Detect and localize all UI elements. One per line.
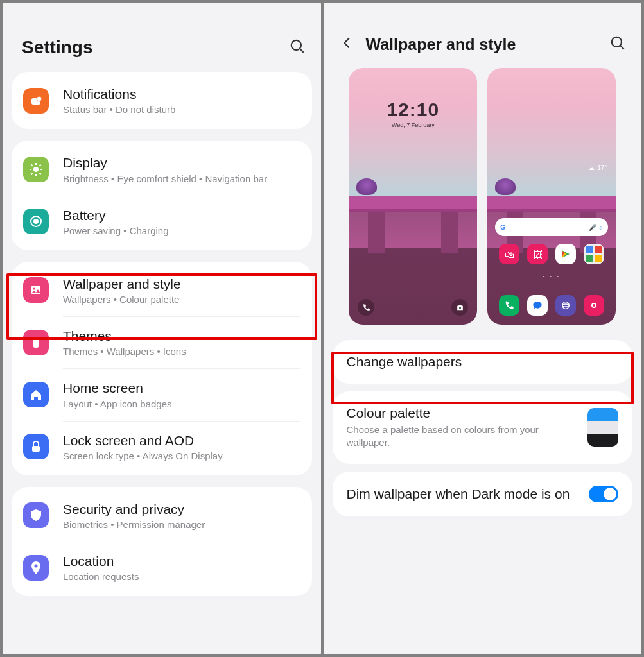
phone-app-icon — [499, 295, 519, 316]
row-subtitle: Themes • Wallpapers • Icons — [63, 346, 300, 357]
wallpaper-header: Wallpaper and style — [324, 3, 642, 65]
row-title: Display — [63, 155, 300, 171]
colour-palette-row[interactable]: Colour palette Choose a palette based on… — [333, 391, 633, 464]
settings-row-notifications[interactable]: NotificationsStatus bar • Do not disturb — [12, 74, 312, 126]
row-subtitle: Brightness • Eye comfort shield • Naviga… — [63, 173, 300, 184]
row-subtitle: Status bar • Do not disturb — [63, 104, 300, 115]
google-search-bar: G 🎤 ⌕ — [495, 218, 608, 236]
app-row: 🛍 🖼 — [487, 244, 616, 264]
settings-row-security[interactable]: Security and privacyBiometrics • Permiss… — [12, 490, 312, 542]
display-icon — [23, 157, 49, 182]
svg-point-14 — [34, 219, 38, 223]
page-title: Settings — [22, 37, 92, 58]
app-icon — [555, 244, 576, 264]
row-subtitle: Power saving • Charging — [63, 225, 300, 236]
row-title: Lock screen and AOD — [63, 432, 300, 449]
search-icon[interactable] — [609, 35, 626, 54]
svg-line-10 — [40, 173, 41, 174]
svg-point-27 — [562, 304, 570, 307]
row-subtitle: Layout • App icon badges — [63, 398, 300, 409]
battery-icon — [23, 209, 49, 234]
palette-swatch — [587, 408, 618, 447]
svg-line-21 — [620, 46, 623, 49]
settings-row-home[interactable]: Home screenLayout • App icon badges — [12, 368, 312, 420]
svg-line-11 — [31, 173, 33, 174]
row-subtitle: Location requests — [63, 571, 300, 582]
homescreen-preview[interactable]: ☁ 17° G 🎤 ⌕ 🛍 🖼 • • • — [487, 68, 616, 325]
wallpaper-style-pane: Wallpaper and style 12:10 Wed, 7 Februar… — [324, 3, 642, 654]
wallpaper-icon — [23, 277, 49, 303]
dim-wallpaper-title: Dim wallpaper when Dark mode is on — [347, 486, 580, 502]
settings-row-location[interactable]: LocationLocation requests — [12, 542, 312, 593]
lockscreen-preview[interactable]: 12:10 Wed, 7 February — [349, 68, 477, 325]
back-icon[interactable] — [340, 36, 354, 53]
lock-date: Wed, 7 February — [349, 122, 477, 128]
lock-time: 12:10 — [349, 99, 477, 121]
app-icon: 🛍 — [499, 244, 519, 264]
svg-line-1 — [300, 49, 303, 52]
dim-wallpaper-row[interactable]: Dim wallpaper when Dark mode is on — [333, 472, 633, 516]
row-subtitle: Screen lock type • Always On Display — [63, 450, 300, 461]
change-wallpapers-button[interactable]: Change wallpapers — [333, 340, 633, 384]
settings-group: Security and privacyBiometrics • Permiss… — [12, 487, 312, 597]
dock-row — [487, 295, 616, 316]
camera-app-icon — [584, 295, 604, 316]
settings-row-display[interactable]: DisplayBrightness • Eye comfort shield •… — [12, 143, 312, 195]
svg-rect-17 — [32, 337, 40, 340]
search-icon[interactable] — [289, 38, 306, 57]
dim-toggle[interactable] — [589, 486, 618, 502]
svg-line-12 — [40, 164, 41, 166]
notifications-icon — [23, 88, 49, 114]
row-title: Security and privacy — [63, 501, 300, 518]
location-icon — [23, 555, 49, 581]
messages-app-icon — [527, 295, 548, 316]
weather-widget: ☁ 17° — [588, 164, 607, 171]
row-title: Wallpaper and style — [63, 276, 300, 293]
app-icon: 🖼 — [527, 244, 548, 264]
svg-point-0 — [291, 40, 300, 50]
row-title: Home screen — [63, 380, 300, 397]
settings-row-lock[interactable]: Lock screen and AODScreen lock type • Al… — [12, 421, 312, 473]
camera-icon — [451, 299, 468, 316]
colour-palette-sub: Choose a palette based on colours from y… — [347, 423, 579, 450]
settings-row-wallpaper[interactable]: Wallpaper and styleWallpapers • Colour p… — [12, 264, 312, 316]
svg-point-22 — [459, 307, 461, 309]
settings-pane: Settings NotificationsStatus bar • Do no… — [3, 3, 321, 654]
svg-rect-18 — [32, 446, 40, 452]
svg-line-9 — [31, 164, 33, 166]
home-icon — [23, 382, 49, 407]
row-title: Themes — [63, 328, 300, 345]
row-subtitle: Wallpapers • Colour palette — [63, 294, 300, 305]
settings-group: DisplayBrightness • Eye comfort shield •… — [12, 141, 312, 250]
svg-point-16 — [33, 288, 35, 290]
page-title: Wallpaper and style — [366, 35, 598, 54]
row-title: Location — [63, 553, 300, 570]
svg-point-26 — [562, 302, 570, 309]
themes-icon — [23, 330, 49, 355]
colour-palette-title: Colour palette — [347, 405, 579, 421]
lock-icon — [23, 434, 49, 459]
row-title: Battery — [63, 207, 300, 224]
settings-group: Wallpaper and styleWallpapers • Colour p… — [12, 262, 312, 475]
settings-header: Settings — [3, 3, 321, 72]
phone-icon — [358, 299, 374, 316]
settings-row-battery[interactable]: BatteryPower saving • Charging — [12, 196, 312, 248]
row-title: Notifications — [63, 86, 300, 103]
settings-group: NotificationsStatus bar • Do not disturb — [12, 72, 312, 129]
browser-app-icon — [555, 295, 576, 316]
wallpaper-previews: 12:10 Wed, 7 February ☁ 17° G 🎤 ⌕ — [324, 65, 642, 332]
page-indicator: • • • — [487, 273, 616, 279]
row-subtitle: Biometrics • Permission manager — [63, 519, 300, 530]
svg-point-4 — [33, 167, 39, 172]
security-icon — [23, 502, 49, 528]
app-folder — [584, 244, 604, 264]
svg-point-29 — [593, 304, 595, 307]
svg-point-19 — [35, 564, 38, 567]
settings-row-themes[interactable]: ThemesThemes • Wallpapers • Icons — [12, 316, 312, 368]
svg-point-3 — [37, 96, 42, 101]
svg-point-20 — [612, 37, 622, 47]
